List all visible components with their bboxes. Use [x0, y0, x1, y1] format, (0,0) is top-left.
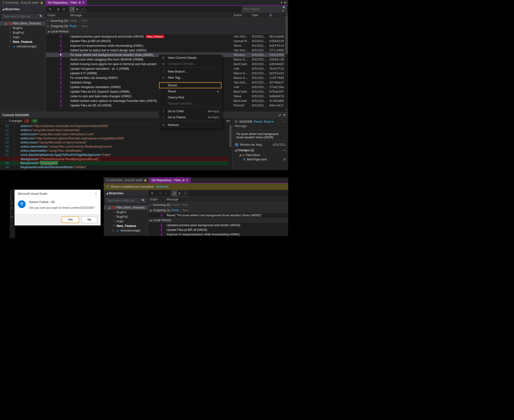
up-arrow-icon[interactable]: ↑: [2, 119, 3, 123]
col-message[interactable]: Message: [70, 14, 234, 17]
branch-filter-input[interactable]: [1, 14, 44, 19]
col-graph[interactable]: Graph: [150, 198, 167, 201]
reset-link[interactable]: Reset ▾: [264, 120, 274, 123]
close-icon[interactable]: ✕: [82, 1, 84, 4]
commit-row[interactable]: Update Files.pt-BR.xlf (#6019): [148, 227, 288, 232]
file-node[interactable]: 🗎 MainPage.xaml M: [232, 157, 288, 162]
new-branch-item[interactable]: ᛘNew Branch...: [159, 68, 221, 75]
outgoing-section[interactable]: ▷ Outgoing (0) Push | Sync: [46, 23, 288, 29]
list-view-button[interactable]: ≣: [177, 191, 182, 196]
incoming-section[interactable]: ▷ Incoming (0) Fetch | Pull: [46, 18, 288, 23]
pin-icon[interactable]: ⊟: [182, 179, 184, 182]
gear-icon[interactable]: ⚙: [284, 1, 287, 4]
pin-icon[interactable]: ⊟: [79, 1, 81, 4]
new-tag-item[interactable]: 🏷New Tag...: [159, 75, 221, 81]
commit-row[interactable]: Updated preview pane background and bord…: [148, 223, 288, 227]
dropdown-icon[interactable]: ▾: [281, 1, 282, 4]
vertical-scrollbar[interactable]: ▲ ▼: [285, 13, 288, 112]
file-tab[interactable]: C:\Users\ta...3ca120.xaml 🔒: [0, 0, 45, 6]
push-link[interactable]: Push: [172, 208, 179, 212]
view-commit-details-item[interactable]: 🗎View Commit Details: [159, 55, 221, 61]
files-root-node[interactable]: ◢ ◆ Files (New_Feature): [0, 21, 46, 26]
commit-row[interactable]: Revert "Fix issue where root background …: [148, 213, 288, 218]
files-root-node[interactable]: ◢ ◆ Files (New_Feature): [104, 205, 148, 210]
no-button[interactable]: No: [81, 216, 97, 223]
search-icon[interactable]: 🔍▾: [281, 6, 287, 12]
commit-row[interactable]: Improve UI responsiveness while enumerat…: [46, 43, 288, 48]
refresh-item[interactable]: ↻Refresh: [159, 122, 221, 128]
incoming-section[interactable]: ▷ Incoming (0) Fetch|Pull: [148, 202, 288, 208]
outgoing-section[interactable]: ◢ Outgoing (1) Push|Sync: [148, 208, 288, 213]
cherry-pick-item[interactable]: Cherry-Pick: [159, 94, 221, 100]
reset-item[interactable]: Reset▶: [159, 88, 221, 94]
branch-item[interactable]: ᛘBugFix2: [0, 30, 46, 35]
more-icon[interactable]: ⋯: [283, 149, 286, 152]
refresh-button[interactable]: ↻: [150, 191, 155, 196]
pull-link[interactable]: Pull: [82, 19, 87, 22]
branch-item[interactable]: ᛘmain: [0, 35, 46, 39]
code-editor[interactable]: 10 xmlns:d="http://schemas.microsoft.com…: [0, 124, 232, 170]
changes-section-header[interactable]: ◢ Changes (1) ⋯: [232, 148, 288, 153]
scroll-thumb[interactable]: [285, 15, 288, 54]
col-id[interactable]: ID: [269, 14, 287, 17]
git-repo-tab[interactable]: Git Repository - Files ⊟ ✕: [149, 177, 191, 183]
branch-item-current[interactable]: ᛘNew_Feature: [0, 39, 46, 44]
folder-node[interactable]: ◢ 🗀 Files\Views: [232, 153, 288, 157]
scroll-thumb[interactable]: [229, 125, 232, 147]
col-date[interactable]: Date: [252, 14, 269, 17]
filter-button-2[interactable]: ⊙: [61, 7, 66, 12]
code-scrollbar[interactable]: [229, 124, 232, 170]
simple-view-button[interactable]: ◇: [80, 7, 85, 12]
close-icon[interactable]: ✕: [95, 192, 97, 195]
push-link[interactable]: Push: [69, 24, 77, 28]
search-icon[interactable]: 🔍: [142, 199, 145, 202]
scroll-up-arrow[interactable]: ▲: [285, 13, 288, 15]
remotes-node[interactable]: ▷☁remotes/origin: [104, 228, 148, 233]
filter-button[interactable]: ⊘: [55, 7, 61, 12]
col-message[interactable]: Message: [167, 198, 287, 201]
graph-view-button[interactable]: ⎇: [69, 7, 75, 12]
go-to-child-item[interactable]: ⤴Go to ChildAlt+PgUp: [159, 108, 221, 114]
col-graph[interactable]: Graph: [47, 14, 70, 17]
simple-view-button[interactable]: ◇: [182, 191, 188, 196]
more-icon[interactable]: ⋯: [283, 120, 286, 123]
pull-link[interactable]: Pull: [182, 203, 188, 207]
branch-filter-input[interactable]: [105, 198, 147, 203]
revert-link[interactable]: Revert: [254, 120, 262, 123]
branch-item[interactable]: ᛘBugFix: [0, 26, 46, 30]
maximize-icon[interactable]: ⤢: [279, 113, 281, 117]
search-icon[interactable]: 🔍: [39, 15, 43, 18]
commit-row[interactable]: Added border to status bar to match desi…: [46, 48, 288, 52]
list-view-button[interactable]: ≣: [75, 7, 80, 12]
local-history-section[interactable]: ◢ Local History: [46, 29, 288, 34]
git-repo-tab[interactable]: Git Repository - Files ⊟ ✕: [45, 0, 87, 6]
close-icon[interactable]: ✕: [186, 179, 188, 182]
down-arrow-icon[interactable]: ↓: [5, 119, 7, 123]
branch-item[interactable]: ᛘmain: [104, 219, 148, 224]
close-icon[interactable]: ✕: [283, 113, 286, 117]
branches-header[interactable]: ◢ Branches: [104, 190, 148, 196]
branch-item-current[interactable]: ᛘNew_Feature: [104, 224, 148, 228]
col-author[interactable]: Author: [234, 14, 252, 17]
branch-item[interactable]: ᛘBugFix: [104, 210, 148, 214]
commit-row[interactable]: Improve UI responsiveness while enumerat…: [148, 232, 288, 237]
fetch-link[interactable]: Fetch: [69, 19, 77, 22]
graph-view-button[interactable]: ⎇: [172, 191, 177, 196]
gear-icon[interactable]: ⚙▾: [226, 119, 230, 123]
yes-button[interactable]: Yes: [62, 216, 79, 223]
commit-row[interactable]: Updated preview pane background and bord…: [46, 34, 288, 39]
sync-link[interactable]: Sync: [182, 208, 189, 212]
filter-history-input[interactable]: [242, 7, 281, 12]
commit-hash-link[interactable]: 18c5b142: [155, 185, 168, 188]
branches-header[interactable]: ◢ Branches: [0, 6, 46, 12]
remotes-node[interactable]: ▷☁remotes/origin: [0, 44, 46, 49]
commit-row[interactable]: Update Files.pt-BR.xlf (#6019)Samuel R..…: [46, 39, 288, 43]
local-history-section[interactable]: ◢ Local History: [148, 218, 288, 223]
sync-link[interactable]: Sync: [81, 24, 88, 28]
revert-item[interactable]: Revert: [159, 82, 221, 88]
fetch-link[interactable]: Fetch: [172, 203, 180, 207]
go-to-parent-item[interactable]: ⤵Go to ParentAlt+PgDn: [159, 114, 221, 120]
refresh-button[interactable]: ↻: [47, 7, 53, 12]
file-tab[interactable]: C:\Users\ta...3ca120.xaml 🔒: [104, 177, 149, 183]
scroll-down-arrow[interactable]: ▼: [285, 109, 288, 112]
